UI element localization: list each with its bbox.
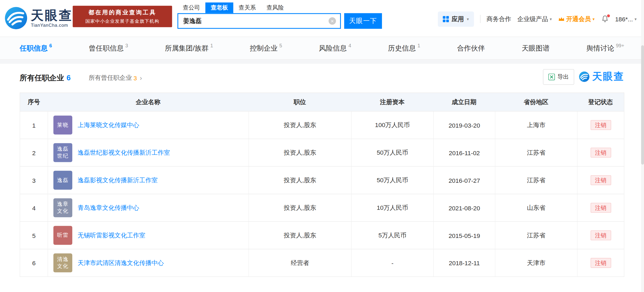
capital-cell: 10万人民币	[351, 194, 433, 221]
row-number-cell: 4	[20, 194, 48, 221]
notifications-button[interactable]	[601, 15, 609, 23]
row-number-cell: 1	[20, 111, 48, 138]
business-cooperation-link[interactable]: 商务合作	[487, 15, 511, 23]
enterprise-products-menu[interactable]: 企业级产品 ▾	[517, 15, 552, 23]
account-phone: 186*...	[615, 15, 633, 22]
logo-subtitle: TianYanCha.com	[31, 23, 73, 28]
region-cell: 天津市	[495, 249, 577, 276]
banner-line1: 都在用的商业查询工具	[89, 9, 156, 16]
tianyancha-logo[interactable]: 天眼查 TianYanCha.com	[4, 6, 73, 30]
company-avatar[interactable]: 逸章 文化	[53, 198, 72, 217]
region-cell: 山东省	[495, 194, 577, 221]
section-header: 所有任职企业6 所有曾任职企业 3 › 导出	[0, 64, 644, 93]
region-cell: 上海市	[495, 111, 577, 138]
company-name-link[interactable]: 天津市武清区清逸文化传播中心	[78, 259, 164, 267]
nav-tab[interactable]: 舆情讨论 99+	[586, 37, 624, 59]
export-button[interactable]: 导出	[543, 69, 574, 85]
company-cell: 清逸 文化 天津市武清区清逸文化传播中心	[48, 249, 249, 276]
chevron-down-icon: ▾	[550, 17, 552, 21]
company-name-link[interactable]: 无锡听雷影视文化工作室	[78, 231, 145, 239]
scrollbar-thumb[interactable]	[641, 45, 644, 164]
scrollbar	[641, 0, 644, 292]
company-name-link[interactable]: 逸磊影视文化传播新沂工作室	[78, 176, 158, 184]
search-type-tab[interactable]: 查老板	[205, 2, 233, 13]
table-row: 4 逸章 文化 青岛逸章文化传播中心 投资人,股东 10万人民币 2021-08…	[20, 194, 624, 221]
search-tabs: 查公司 查老板 查关系 查风险	[177, 2, 382, 13]
company-cell: 听雷 无锡听雷影视文化工作室	[48, 222, 249, 249]
company-avatar[interactable]: 逸磊 世纪	[53, 143, 72, 162]
table-body: 1 莱晓 上海莱晓文化传媒中心 投资人,股东 100万人民币 2019-03-2…	[20, 111, 624, 277]
nav-tab[interactable]: 合作伙伴	[457, 37, 485, 59]
nav-tab[interactable]: 历史信息 1	[388, 37, 420, 59]
tab-count-badge: 4	[348, 43, 351, 48]
clear-search-icon[interactable]: ×	[328, 17, 336, 25]
header-nav: 应用 ▾ 商务合作 企业级产品 ▾ 开通会员 ▾	[438, 11, 636, 27]
nav-tab[interactable]: 天眼图谱	[522, 37, 550, 59]
chevron-down-icon: ▾	[592, 17, 595, 21]
company-avatar[interactable]: 逸磊	[53, 171, 72, 190]
tab-count-badge: 3	[125, 43, 128, 48]
section-title-count: 6	[67, 74, 71, 82]
divider	[480, 15, 480, 23]
search-type-tab[interactable]: 查风险	[261, 2, 289, 13]
table-row: 3 逸磊 逸磊影视文化传播新沂工作室 投资人,股东 50万人民币 2016-07…	[20, 166, 624, 194]
company-cell: 逸磊 逸磊影视文化传播新沂工作室	[48, 167, 249, 194]
banner-line2: 国家中小企业发展子基金旗下机构	[86, 18, 160, 24]
promo-banner: 都在用的商业查询工具 国家中小企业发展子基金旗下机构	[73, 6, 172, 27]
section-title: 所有任职企业6	[20, 73, 71, 83]
company-cell: 逸磊 世纪 逸磊世纪影视文化传播新沂工作室	[48, 139, 249, 166]
company-name-link[interactable]: 逸磊世纪影视文化传播新沂工作室	[78, 149, 170, 157]
vip-upgrade-menu[interactable]: 开通会员 ▾	[558, 15, 594, 23]
search-type-tab[interactable]: 查关系	[233, 2, 261, 13]
company-cell: 莱晓 上海莱晓文化传媒中心	[48, 111, 249, 138]
nav-tab[interactable]: 所属集团/族群 1	[165, 37, 213, 59]
capital-cell: 100万人民币	[351, 111, 433, 138]
region-cell: 江苏省	[495, 167, 577, 194]
position-cell: 投资人,股东	[249, 194, 351, 221]
search-type-tab[interactable]: 查公司	[177, 2, 205, 13]
column-header: 登记状态	[577, 93, 624, 111]
section-gap	[0, 60, 644, 64]
header: 天眼查 TianYanCha.com 都在用的商业查询工具 国家中小企业发展子基…	[0, 0, 644, 37]
apps-menu[interactable]: 应用 ▾	[438, 11, 474, 26]
status-cell: 注销	[577, 139, 624, 166]
column-header: 序号	[20, 93, 48, 111]
crown-icon	[558, 16, 564, 22]
former-positions-link[interactable]: 所有曾任职企业 3 ›	[89, 74, 142, 82]
search-area: 查公司 查老板 查关系 查风险 × 天眼一下	[177, 2, 382, 29]
status-badge: 注销	[590, 230, 611, 240]
logo-title: 天眼查	[31, 9, 73, 23]
nav-tab[interactable]: 风险信息 4	[319, 37, 351, 59]
company-name-link[interactable]: 上海莱晓文化传媒中心	[78, 121, 139, 129]
status-cell: 注销	[577, 194, 624, 221]
notification-badge	[607, 14, 610, 17]
excel-export-icon	[548, 74, 555, 80]
chevron-right-icon: ›	[140, 74, 142, 82]
company-avatar[interactable]: 听雷	[53, 226, 72, 245]
position-cell: 投资人,股东	[249, 111, 351, 138]
nav-tab[interactable]: 曾任职信息 3	[89, 37, 128, 59]
column-header: 企业名称	[48, 93, 249, 111]
capital-cell: 5万人民币	[351, 222, 433, 249]
company-name-link[interactable]: 青岛逸章文化传播中心	[78, 204, 139, 212]
brand-text: 天眼查	[592, 70, 624, 83]
nav-tab[interactable]: 控制企业 5	[250, 37, 282, 59]
search-box: × 天眼一下	[177, 13, 382, 29]
search-input[interactable]	[178, 17, 328, 25]
founded-date-cell: 2021-08-20	[433, 194, 495, 221]
status-cell: 注销	[577, 167, 624, 194]
tab-count-badge: 5	[279, 43, 282, 48]
tab-bar: 任职信息 6 曾任职信息 3 所属集团/族群 1 控制企业 5 风险信息 4 历…	[0, 37, 644, 60]
account-menu[interactable]: 186*... ▾	[615, 15, 637, 22]
table-row: 6 清逸 文化 天津市武清区清逸文化传播中心 经营者 - 2018-12-11 …	[20, 249, 624, 277]
capital-cell: 50万人民币	[351, 139, 433, 166]
tab-count-badge: 1	[210, 43, 213, 48]
tab-count-badge: 6	[49, 43, 52, 48]
company-avatar[interactable]: 莱晓	[53, 116, 72, 135]
company-avatar[interactable]: 清逸 文化	[53, 253, 72, 272]
nav-tab[interactable]: 任职信息 6	[20, 37, 52, 59]
page: 天眼查 TianYanCha.com 都在用的商业查询工具 国家中小企业发展子基…	[0, 0, 644, 292]
status-cell: 注销	[577, 222, 624, 249]
apps-grid-icon	[443, 16, 449, 22]
search-button[interactable]: 天眼一下	[344, 13, 382, 29]
